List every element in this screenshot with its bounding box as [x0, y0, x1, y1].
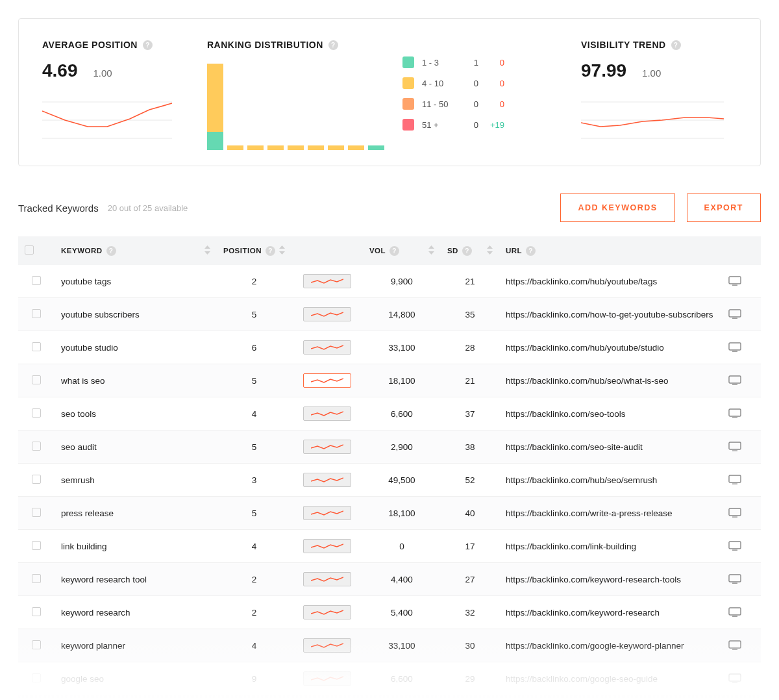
sd-cell: 28 — [465, 343, 475, 353]
position-sparkline[interactable] — [303, 506, 351, 520]
url-cell[interactable]: https://backlinko.com/hub/seo/semrush — [506, 475, 657, 485]
keyword-cell[interactable]: youtube subscribers — [61, 310, 140, 319]
url-cell[interactable]: https://backlinko.com/google-keyword-pla… — [506, 641, 684, 651]
sort-icon[interactable] — [428, 245, 434, 256]
row-checkbox[interactable] — [32, 508, 41, 517]
sort-icon[interactable] — [279, 245, 285, 256]
col-vol[interactable]: VOL — [369, 247, 386, 255]
table-row: google seo96,60029https://backlinko.com/… — [18, 662, 761, 695]
desktop-icon[interactable] — [728, 375, 754, 386]
desktop-icon[interactable] — [728, 541, 754, 551]
position-sparkline[interactable] — [303, 373, 351, 388]
position-sparkline[interactable] — [303, 274, 351, 288]
row-checkbox[interactable] — [32, 442, 41, 451]
keyword-cell[interactable]: google seo — [61, 674, 104, 684]
position-sparkline[interactable] — [303, 473, 351, 487]
desktop-icon[interactable] — [728, 607, 754, 618]
url-cell[interactable]: https://backlinko.com/hub/youtube/tags — [506, 277, 657, 286]
url-cell[interactable]: https://backlinko.com/seo-site-audit — [506, 442, 643, 452]
position-sparkline[interactable] — [303, 440, 351, 454]
help-icon[interactable]: ? — [266, 246, 275, 256]
url-cell[interactable]: https://backlinko.com/link-building — [506, 542, 636, 551]
desktop-icon[interactable] — [728, 276, 754, 286]
row-checkbox[interactable] — [32, 342, 41, 351]
keyword-cell[interactable]: youtube tags — [61, 277, 111, 286]
help-icon[interactable]: ? — [143, 40, 153, 50]
desktop-icon[interactable] — [728, 309, 754, 319]
row-checkbox[interactable] — [32, 475, 41, 484]
row-checkbox[interactable] — [32, 640, 41, 649]
help-icon[interactable]: ? — [526, 246, 536, 256]
table-row: google search console5135,00043https://b… — [18, 695, 761, 701]
col-keyword[interactable]: KEYWORD — [61, 247, 103, 255]
help-icon[interactable]: ? — [106, 246, 116, 256]
export-button[interactable]: EXPORT — [687, 194, 761, 222]
url-cell[interactable]: https://backlinko.com/google-seo-guide — [506, 674, 658, 684]
url-cell[interactable]: https://backlinko.com/keyword-research-t… — [506, 575, 681, 584]
sort-icon[interactable] — [487, 245, 493, 256]
desktop-icon[interactable] — [728, 640, 754, 651]
svg-rect-8 — [729, 310, 741, 317]
row-checkbox[interactable] — [32, 673, 41, 682]
keyword-cell[interactable]: youtube studio — [61, 343, 118, 353]
keyword-cell[interactable]: seo audit — [61, 442, 97, 452]
col-sd[interactable]: SD — [447, 247, 458, 255]
sort-icon[interactable] — [204, 245, 210, 256]
position-sparkline[interactable] — [303, 605, 351, 619]
help-icon[interactable]: ? — [671, 40, 681, 50]
desktop-icon[interactable] — [728, 342, 754, 353]
help-icon[interactable]: ? — [462, 246, 472, 256]
col-url[interactable]: URL — [506, 247, 522, 255]
position-sparkline[interactable] — [303, 638, 351, 653]
url-cell[interactable]: https://backlinko.com/write-a-press-rele… — [506, 508, 673, 518]
keyword-cell[interactable]: link building — [61, 542, 107, 551]
keyword-cell[interactable]: keyword planner — [61, 641, 125, 651]
url-cell[interactable]: https://backlinko.com/how-to-get-youtube… — [506, 310, 713, 319]
select-all-checkbox[interactable] — [25, 245, 34, 255]
position-sparkline[interactable] — [303, 406, 351, 421]
position-sparkline[interactable] — [303, 572, 351, 586]
stat-average-position: AVERAGE POSITION ? 4.69 1.00 — [42, 40, 192, 150]
position-sparkline[interactable] — [303, 539, 351, 553]
position-sparkline[interactable] — [303, 307, 351, 321]
position-sparkline[interactable] — [303, 671, 351, 686]
vol-cell: 9,900 — [391, 277, 413, 286]
table-row: semrush349,50052https://backlinko.com/hu… — [18, 464, 761, 497]
desktop-icon[interactable] — [728, 508, 754, 518]
desktop-icon[interactable] — [728, 574, 754, 584]
row-checkbox[interactable] — [32, 574, 41, 583]
position-sparkline[interactable] — [303, 340, 351, 355]
keyword-cell[interactable]: keyword research tool — [61, 575, 147, 584]
keyword-cell[interactable]: what is seo — [61, 376, 105, 386]
vol-cell: 2,900 — [391, 442, 413, 452]
row-checkbox[interactable] — [32, 375, 41, 384]
position-cell: 4 — [252, 409, 257, 419]
desktop-icon[interactable] — [728, 475, 754, 485]
keyword-cell[interactable]: semrush — [61, 475, 95, 485]
row-checkbox[interactable] — [32, 607, 41, 616]
add-keywords-button[interactable]: ADD KEYWORDS — [560, 194, 674, 222]
sd-cell: 35 — [465, 310, 475, 319]
col-position[interactable]: POSITION — [223, 247, 262, 255]
url-cell[interactable]: https://backlinko.com/seo-tools — [506, 409, 626, 419]
desktop-icon[interactable] — [728, 408, 754, 419]
row-checkbox[interactable] — [32, 408, 41, 418]
keyword-cell[interactable]: press release — [61, 508, 114, 518]
svg-rect-25 — [732, 583, 737, 584]
desktop-icon[interactable] — [728, 673, 754, 684]
help-icon[interactable]: ? — [390, 246, 399, 256]
keyword-cell[interactable]: keyword research — [61, 608, 130, 618]
help-icon[interactable]: ? — [328, 40, 338, 50]
url-cell[interactable]: https://backlinko.com/hub/seo/what-is-se… — [506, 376, 669, 386]
keyword-cell[interactable]: seo tools — [61, 409, 96, 419]
url-cell[interactable]: https://backlinko.com/hub/youtube/studio — [506, 343, 664, 353]
desktop-icon[interactable] — [728, 442, 754, 452]
legend-delta: 0 — [486, 58, 504, 68]
row-checkbox[interactable] — [32, 541, 41, 550]
row-checkbox[interactable] — [32, 309, 41, 318]
svg-rect-21 — [732, 517, 737, 518]
url-cell[interactable]: https://backlinko.com/keyword-research — [506, 608, 660, 618]
row-checkbox[interactable] — [32, 276, 41, 285]
svg-rect-14 — [729, 409, 741, 416]
vol-cell: 4,400 — [391, 575, 413, 584]
